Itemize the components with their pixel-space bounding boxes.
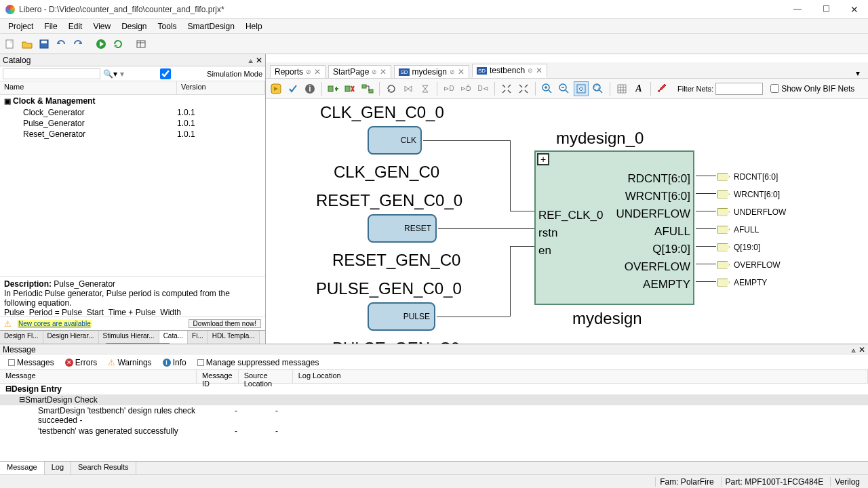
tab-hdl-templates[interactable]: HDL Templa... (208, 331, 260, 344)
port-underflow[interactable]: UNDERFLOW (616, 207, 690, 221)
menu-project[interactable]: Project (3, 20, 39, 33)
doc-tab-startpage[interactable]: StartPage⊘✕ (328, 65, 391, 78)
catalog-col-name[interactable]: Name (0, 81, 177, 94)
tab-design-hierarchy[interactable]: Design Hierar... (43, 331, 99, 344)
catalog-search-input[interactable] (3, 68, 100, 79)
rotate-icon[interactable] (384, 81, 399, 96)
search-options-icon[interactable]: 🔍▾ (103, 69, 117, 79)
filter-warnings[interactable]: ⚠Warnings (105, 357, 154, 368)
msg-tab-search[interactable]: Search Results (71, 462, 136, 474)
message-body[interactable]: ⊟ Design Entry ⊟ SmartDesign Check Smart… (0, 384, 868, 461)
tab-overflow-button[interactable]: ▾ (852, 68, 864, 78)
filter-errors[interactable]: ✕Errors (62, 357, 100, 368)
msg-col-id[interactable]: Message ID (197, 370, 239, 383)
menu-smartdesign[interactable]: SmartDesign (182, 20, 240, 33)
show-bif-label[interactable]: Show Only BIF Nets (770, 84, 854, 94)
port-refclk[interactable]: REF_CLK_0 (538, 209, 603, 222)
message-row[interactable]: 'testbench' was generated successfully -… (0, 426, 868, 436)
collapse-icon[interactable] (516, 81, 531, 96)
close-icon[interactable]: ✕ (458, 67, 465, 77)
redo-icon[interactable] (71, 37, 85, 52)
port-aempty[interactable]: AEMPTY (643, 278, 690, 291)
port-q[interactable]: Q[19:0] (652, 243, 690, 256)
ext-port-overflow[interactable]: OVERFLOW (717, 258, 781, 271)
connect-icon[interactable] (360, 81, 375, 96)
minimize-button[interactable]: — (789, 4, 806, 15)
tab-files[interactable]: Fi... (188, 331, 208, 344)
port-wrcnt[interactable]: WRCNT[6:0] (625, 190, 690, 203)
filter-info[interactable]: iInfo (160, 357, 189, 368)
download-cores-button[interactable]: Download them now! (189, 319, 261, 328)
port-afull[interactable]: AFULL (654, 225, 690, 239)
filter-messages[interactable]: Messages (5, 357, 57, 368)
ext-port-afull[interactable]: AFULL (717, 222, 759, 236)
new-cores-link[interactable]: New cores are available (17, 320, 92, 327)
pin-d2-icon[interactable]: ⊳D̄ (458, 81, 473, 96)
pin-d3-icon[interactable]: D⊲ (475, 81, 490, 96)
panel-close-icon[interactable]: ✕ (256, 56, 262, 65)
port-rdcnt[interactable]: RDCNT[6:0] (627, 172, 690, 186)
flip-h-icon[interactable] (401, 81, 416, 96)
menu-file[interactable]: File (39, 20, 62, 33)
maximize-button[interactable]: ☐ (818, 4, 834, 15)
ext-port-rdcnt[interactable]: RDCNT[6:0] (717, 169, 778, 183)
menu-help[interactable]: Help (240, 20, 268, 33)
search-clear-icon[interactable]: ▾ (120, 69, 124, 79)
close-icon[interactable]: ✕ (314, 67, 321, 77)
zoom-fit-icon[interactable] (574, 81, 589, 96)
tab-catalog[interactable]: Cata... (159, 331, 188, 344)
clk-gen-block[interactable]: CLK (368, 126, 422, 155)
message-subgroup[interactable]: ⊟ SmartDesign Check (0, 394, 868, 405)
grid-icon[interactable] (614, 81, 629, 96)
catalog-tree[interactable]: ▣ Clock & Management Clock_Generator1.0.… (0, 95, 265, 276)
catalog-item[interactable]: Reset_Generator1.0.1 (0, 129, 265, 140)
menu-view[interactable]: View (87, 20, 116, 33)
pin-d-icon[interactable]: ⊳D (441, 81, 456, 96)
remove-port-icon[interactable] (343, 81, 358, 96)
port-overflow[interactable]: OVERFLOW (625, 260, 690, 274)
filter-manage[interactable]: Manage suppressed messages (195, 357, 322, 368)
menu-design[interactable]: Design (116, 20, 152, 33)
catalog-item[interactable]: Pulse_Generator1.0.1 (0, 118, 265, 129)
msg-col-message[interactable]: Message (0, 370, 197, 383)
mydesign-block[interactable]: + REF_CLK_0 rstn en RDCNT[6:0] WRCNT[6:0… (534, 150, 694, 305)
ext-port-aempty[interactable]: AEMPTY (717, 275, 767, 289)
reset-gen-block[interactable]: RESET (368, 214, 437, 243)
msg-tab-log[interactable]: Log (45, 462, 71, 474)
msg-tab-message[interactable]: Message (0, 462, 45, 474)
panel-close-icon[interactable]: ✕ (859, 345, 865, 354)
zoom-selection-icon[interactable] (591, 81, 606, 96)
menu-edit[interactable]: Edit (63, 20, 88, 33)
menu-tools[interactable]: Tools (153, 20, 182, 33)
schematic-icon[interactable] (134, 37, 149, 52)
expand-block-icon[interactable]: + (537, 153, 549, 165)
run-icon[interactable] (94, 37, 108, 52)
catalog-group[interactable]: ▣ Clock & Management (0, 95, 265, 107)
simulation-mode-checkbox[interactable] (127, 68, 204, 79)
catalog-item[interactable]: Clock_Generator1.0.1 (0, 107, 265, 118)
save-icon[interactable] (37, 37, 52, 52)
message-group[interactable]: ⊟ Design Entry (0, 384, 868, 394)
ext-port-underflow[interactable]: UNDERFLOW (717, 205, 786, 218)
expand-icon[interactable] (499, 81, 514, 96)
refresh-icon[interactable] (111, 37, 125, 52)
open-project-icon[interactable] (20, 37, 35, 52)
doc-tab-reports[interactable]: Reports⊘✕ (270, 65, 326, 78)
port-rstn[interactable]: rstn (538, 226, 557, 240)
pulse-gen-block[interactable]: PULSE (368, 302, 435, 331)
filter-nets-input[interactable] (715, 83, 763, 95)
zoom-out-icon[interactable] (557, 81, 572, 96)
undo-icon[interactable] (54, 37, 68, 52)
flip-v-icon[interactable] (418, 81, 433, 96)
show-bif-checkbox[interactable] (770, 84, 779, 93)
check-icon[interactable] (285, 81, 300, 96)
new-project-icon[interactable] (3, 37, 18, 52)
port-en[interactable]: en (538, 244, 551, 258)
ext-port-wrcnt[interactable]: WRCNT[6:0] (717, 187, 780, 201)
close-button[interactable]: ✕ (846, 4, 863, 15)
info-icon[interactable]: i (302, 81, 317, 96)
add-port-icon[interactable] (326, 81, 341, 96)
message-row[interactable]: SmartDesign 'testbench' design rules che… (0, 405, 868, 426)
tab-stimulus-hierarchy[interactable]: Stimulus Hierar... (99, 331, 159, 344)
msg-col-src[interactable]: Source Location (239, 370, 293, 383)
